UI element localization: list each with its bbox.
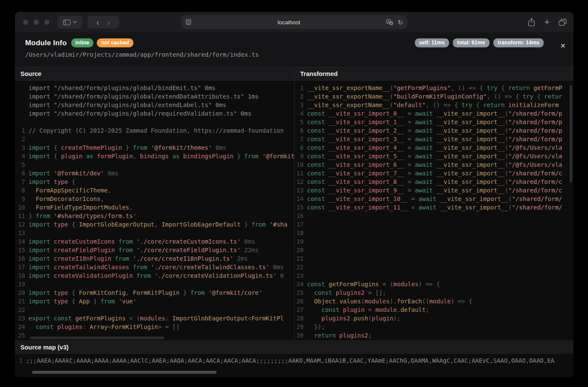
line-number: 10 (295, 160, 304, 169)
code-line: 1__vite_ssr_exportName__("getFormPlugins… (295, 84, 574, 92)
new-tab-icon[interactable]: + (544, 17, 550, 27)
line-number: 28 (295, 314, 304, 323)
transformed-panel-title: Transformed (295, 67, 574, 81)
source-panel-title: Source (15, 67, 294, 81)
status-badge: not cached (97, 38, 133, 47)
code-line: 9const __vite_ssr_import_5__ = await __v… (295, 152, 574, 160)
code-line: 17 (295, 220, 574, 229)
line-number: 7 (295, 135, 304, 143)
line-number: 15 (295, 203, 304, 212)
code-line: 27 const plugin = module.default; (295, 306, 574, 314)
code-line: 4import { plugin as formPlugin, bindings… (15, 152, 294, 160)
line-number: 17 (15, 263, 25, 271)
zoom-window-button[interactable] (44, 20, 49, 25)
line-number: 2 (15, 135, 25, 143)
code-line: 13 (15, 229, 294, 237)
horizontal-scrollbar[interactable] (30, 337, 164, 339)
line-number: 26 (295, 297, 304, 306)
line-number: 3 (15, 143, 25, 152)
code-line: 16import createI18nPlugin from './core/c… (15, 254, 294, 263)
code-line: 23 (295, 271, 574, 280)
code-line (15, 118, 294, 126)
line-number: 22 (15, 306, 25, 314)
line-number: 17 (295, 220, 304, 229)
code-line: import "/shared/form/plugins/global/bind… (15, 84, 294, 92)
code-line: 24const getFormPlugins = (modules) => { (295, 280, 574, 288)
code-line: 7import type { (15, 177, 294, 186)
chevron-down-icon (73, 21, 77, 23)
code-line: 24 const plugins: Array<FormKitPlugin> =… (15, 323, 294, 331)
line-number: 25 (295, 288, 304, 297)
line-number: 11 (295, 169, 304, 177)
code-line: 11const __vite_ssr_import_7__ = await __… (295, 169, 574, 177)
line-number: 24 (295, 280, 304, 288)
close-window-button[interactable] (23, 20, 28, 25)
line-number (15, 101, 25, 109)
code-line: 3__vite_ssr_exportName__("default", () =… (295, 101, 574, 109)
line-number (15, 84, 25, 92)
code-line: 20 (295, 246, 574, 254)
line-number: 9 (15, 195, 25, 203)
source-code-view[interactable]: import "/shared/form/plugins/global/bind… (15, 81, 294, 340)
sidebar-toggle-button[interactable] (58, 16, 82, 29)
line-number: 16 (15, 254, 25, 263)
code-line: 17import createTailwindClasses from './c… (15, 263, 294, 271)
tab-overview-icon[interactable] (559, 19, 567, 26)
code-line: 21 (295, 254, 574, 263)
line-number: 2 (295, 92, 304, 101)
code-line: 14import createCustomIcons from './core/… (15, 237, 294, 246)
code-line: import "/shared/form/plugins/global/exte… (15, 92, 294, 101)
code-line: 10const __vite_ssr_import_6__ = await __… (295, 160, 574, 169)
line-number: 18 (15, 271, 25, 280)
code-line: 22 (15, 306, 294, 314)
code-line: 30 return plugins2; (295, 331, 574, 340)
code-line: 22 (295, 263, 574, 271)
address-bar[interactable]: localhost A ✱ ↻ (181, 15, 407, 29)
line-number: 1 (295, 84, 304, 92)
vertical-scrollbar[interactable] (570, 85, 572, 182)
code-line: 10 FormFieldTypeImportModules, (15, 203, 294, 212)
forward-icon[interactable]: › (107, 18, 110, 26)
transformed-code-view[interactable]: 1__vite_ssr_exportName__("getFormPlugins… (295, 81, 574, 340)
share-icon[interactable] (528, 18, 535, 26)
code-line: 11} from '#shared/types/form.ts' (15, 212, 294, 220)
line-number: 13 (15, 229, 25, 237)
code-line: 14const __vite_ssr_import_10__ = await _… (295, 195, 574, 203)
line-number (15, 92, 25, 101)
url-text[interactable]: localhost (191, 19, 386, 26)
line-number: 19 (295, 237, 304, 246)
code-line: 1// Copyright (C) 2012-2025 Zammad Found… (15, 126, 294, 135)
line-number: 24 (15, 323, 25, 331)
nav-buttons: ‹ › (87, 16, 119, 29)
back-icon[interactable]: ‹ (96, 18, 99, 26)
code-line: 18import createValidationPlugin from './… (15, 271, 294, 280)
line-number: 11 (15, 212, 25, 220)
module-badges: inlinenot cached (71, 38, 134, 47)
line-number: 14 (295, 195, 304, 203)
module-info-header: Module Info inlinenot cached self: 11mst… (15, 32, 574, 67)
line-number: 16 (295, 212, 304, 220)
close-icon[interactable]: ✕ (560, 42, 566, 50)
module-file-path: /Users/vladimir/Projects/zammad/app/fron… (25, 51, 563, 58)
code-line: 23export const getFormPlugins = (modules… (15, 314, 294, 323)
reload-icon[interactable]: ↻ (397, 19, 403, 26)
sourcemap-view[interactable]: 1;;;AAEA;AAAkC;AAAA;AAAA;AAAA;AAClC;AAEA… (15, 354, 574, 377)
code-panels: Source import "/shared/form/plugins/glob… (15, 67, 574, 340)
line-number: 15 (15, 246, 25, 254)
line-number: 10 (15, 203, 25, 212)
code-line: 21import type { App } from 'vue' (15, 297, 294, 306)
code-line: 2 (15, 135, 294, 143)
line-number: 19 (15, 280, 25, 288)
code-line: 8 FormAppSpecificTheme, (15, 186, 294, 195)
line-number: 8 (295, 143, 304, 152)
minimize-window-button[interactable] (34, 20, 39, 25)
horizontal-scrollbar[interactable] (32, 371, 217, 374)
line-number: 27 (295, 306, 304, 314)
code-line: 5const __vite_ssr_import_1__ = await __v… (295, 118, 574, 126)
code-line: 26 Object.values(modules).forEach((modul… (295, 297, 574, 306)
code-line: 12import type { ImportGlobEagerOutput, I… (15, 220, 294, 229)
reader-icon[interactable] (185, 19, 191, 25)
translate-icon[interactable]: A ✱ (386, 19, 393, 25)
code-line: 13const __vite_ssr_import_9__ = await __… (295, 186, 574, 195)
browser-titlebar: ‹ › localhost A ✱ (15, 12, 574, 32)
